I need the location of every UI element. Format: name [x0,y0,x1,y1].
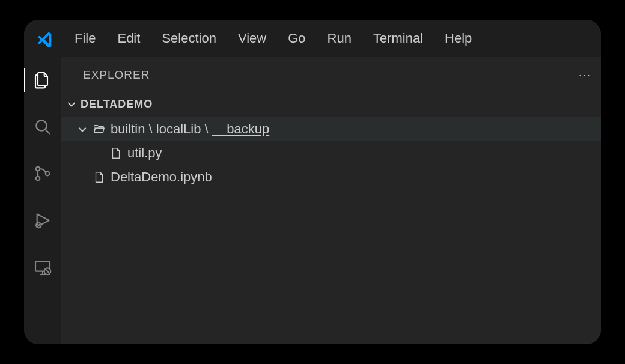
menu-file[interactable]: File [64,27,106,50]
menu-run[interactable]: Run [317,27,362,50]
folder-root-header[interactable]: DELTADEMO [61,93,601,115]
file-icon [109,147,123,160]
vscode-window: File Edit Selection View Go Run Terminal… [24,20,601,344]
body-row: EXPLORER ··· DELTADEMO [24,57,601,344]
files-icon [33,70,52,89]
menu-view[interactable]: View [227,27,277,50]
source-control-icon [33,164,52,183]
tree-folder-path: builtin \ localLib \ __backup [111,121,269,137]
search-icon [33,117,52,136]
activity-run-debug[interactable] [32,210,53,231]
file-icon [93,171,106,184]
path-separator: \ [145,121,156,136]
chevron-down-icon [77,124,88,135]
remote-icon [33,258,52,277]
folder-root-label: DELTADEMO [81,98,153,111]
svg-point-2 [36,167,40,171]
tree-folder-row[interactable]: builtin \ localLib \ __backup [61,117,601,141]
activity-source-control[interactable] [32,163,53,184]
svg-point-0 [36,120,46,130]
chevron-down-icon [66,99,77,109]
activity-remote[interactable] [32,256,53,278]
tree-file-row[interactable]: DeltaDemo.ipynb [61,165,601,189]
path-segment-1: localLib [156,121,201,136]
menubar: File Edit Selection View Go Run Terminal… [24,20,601,57]
menu-help[interactable]: Help [434,27,483,50]
sidebar-header: EXPLORER ··· [61,57,601,93]
svg-point-3 [36,177,40,181]
tree-file-label: util.py [127,145,162,161]
tree-file-label: DeltaDemo.ipynb [111,169,212,185]
sidebar-title: EXPLORER [83,68,150,82]
vscode-logo-icon [36,30,53,47]
menu-terminal[interactable]: Terminal [362,27,434,50]
tree-file-row[interactable]: util.py [61,141,601,165]
menu-selection[interactable]: Selection [151,27,227,50]
run-debug-icon [33,211,52,230]
path-segment-0: builtin [111,121,145,136]
path-segment-2: __backup [212,121,269,136]
path-separator: \ [201,121,212,136]
file-tree: builtin \ localLib \ __backup util.py De… [61,115,601,189]
sidebar-more-actions[interactable]: ··· [579,69,591,82]
explorer-sidebar: EXPLORER ··· DELTADEMO [61,57,601,344]
menu-edit[interactable]: Edit [106,27,151,50]
svg-line-1 [46,130,50,134]
activity-explorer[interactable] [32,69,53,91]
menu-go[interactable]: Go [277,27,316,50]
folder-open-icon [93,123,106,136]
activity-bar [24,57,61,344]
activity-search[interactable] [32,116,53,138]
